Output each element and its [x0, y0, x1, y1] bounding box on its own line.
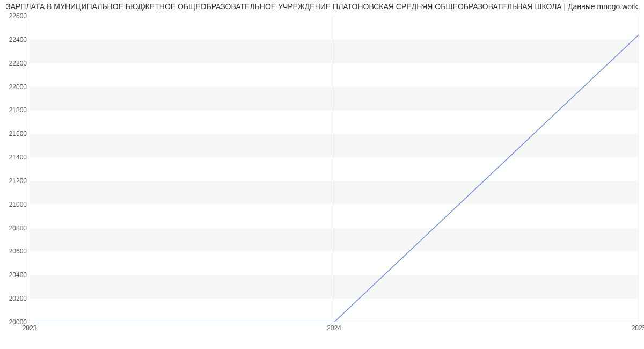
y-tick-label: 22400: [3, 36, 27, 43]
chart-title: ЗАРПЛАТА В МУНИЦИПАЛЬНОЕ БЮДЖЕТНОЕ ОБЩЕО…: [0, 2, 644, 11]
y-tick-label: 21200: [3, 177, 27, 185]
y-tick-label: 22200: [3, 60, 27, 67]
x-tick-label: 2025: [632, 324, 644, 332]
y-tick-label: 21000: [3, 201, 27, 208]
y-tick-label: 21400: [3, 154, 27, 161]
y-tick-label: 21800: [3, 106, 27, 114]
y-tick-label: 20800: [3, 224, 27, 232]
chart-container: ЗАРПЛАТА В МУНИЦИПАЛЬНОЕ БЮДЖЕТНОЕ ОБЩЕО…: [0, 0, 644, 349]
chart-svg: [30, 16, 639, 322]
y-tick-label: 21600: [3, 130, 27, 137]
y-tick-label: 22000: [3, 83, 27, 91]
y-tick-label: 20600: [3, 248, 27, 255]
y-tick-label: 20400: [3, 271, 27, 279]
y-tick-label: 20200: [3, 295, 27, 302]
x-tick-label: 2024: [327, 324, 341, 332]
plot-area: [30, 16, 639, 322]
x-tick-label: 2023: [23, 324, 37, 332]
y-tick-label: 22600: [3, 12, 27, 20]
